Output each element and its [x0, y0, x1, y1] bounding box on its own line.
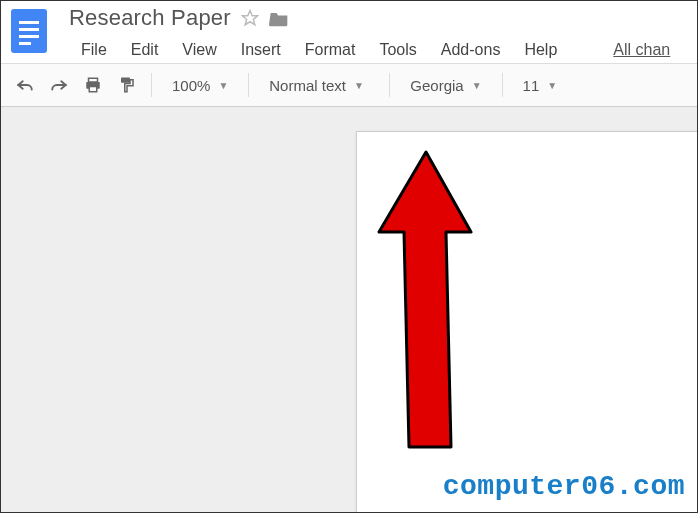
zoom-dropdown[interactable]: 100% ▼ [162, 71, 238, 99]
menu-insert[interactable]: Insert [229, 37, 293, 63]
svg-rect-8 [89, 87, 97, 92]
svg-rect-2 [19, 28, 39, 31]
toolbar-separator [151, 73, 152, 97]
svg-rect-3 [19, 35, 39, 38]
menu-edit[interactable]: Edit [119, 37, 171, 63]
undo-button[interactable] [11, 71, 39, 99]
star-icon[interactable] [241, 9, 259, 27]
toolbar-separator [502, 73, 503, 97]
toolbar-separator [248, 73, 249, 97]
caret-down-icon: ▼ [547, 80, 557, 91]
menu-addons[interactable]: Add-ons [429, 37, 513, 63]
zoom-value: 100% [172, 77, 210, 94]
svg-rect-1 [19, 21, 39, 24]
paragraph-style-dropdown[interactable]: Normal text ▼ [259, 71, 379, 99]
font-value: Georgia [410, 77, 463, 94]
folder-icon[interactable] [269, 9, 289, 27]
header-content: Research Paper File Edit View Insert For… [69, 5, 670, 63]
menu-bar: File Edit View Insert Format Tools Add-o… [69, 37, 670, 63]
toolbar-separator [389, 73, 390, 97]
toolbar: 100% ▼ Normal text ▼ Georgia ▼ 11 ▼ [1, 63, 697, 107]
style-value: Normal text [269, 77, 346, 94]
menu-format[interactable]: Format [293, 37, 368, 63]
paint-format-button[interactable] [113, 71, 141, 99]
print-button[interactable] [79, 71, 107, 99]
svg-rect-9 [121, 78, 130, 83]
svg-rect-6 [89, 78, 98, 82]
menu-file[interactable]: File [69, 37, 119, 63]
caret-down-icon: ▼ [218, 80, 228, 91]
redo-button[interactable] [45, 71, 73, 99]
caret-down-icon: ▼ [354, 80, 364, 91]
document-page[interactable] [356, 131, 698, 513]
title-row: Research Paper [69, 5, 670, 31]
document-title[interactable]: Research Paper [69, 5, 231, 31]
font-dropdown[interactable]: Georgia ▼ [400, 71, 491, 99]
docs-logo[interactable] [9, 7, 49, 55]
caret-down-icon: ▼ [472, 80, 482, 91]
document-canvas[interactable] [1, 107, 697, 513]
menu-help[interactable]: Help [512, 37, 569, 63]
svg-rect-4 [19, 42, 31, 45]
svg-marker-5 [242, 11, 257, 25]
menu-view[interactable]: View [170, 37, 228, 63]
watermark-text: computer06.com [443, 471, 685, 502]
changes-link[interactable]: All chan [613, 37, 670, 63]
app-header: Research Paper File Edit View Insert For… [1, 1, 697, 63]
menu-tools[interactable]: Tools [367, 37, 428, 63]
font-size-value: 11 [523, 77, 540, 94]
font-size-dropdown[interactable]: 11 ▼ [513, 71, 568, 99]
